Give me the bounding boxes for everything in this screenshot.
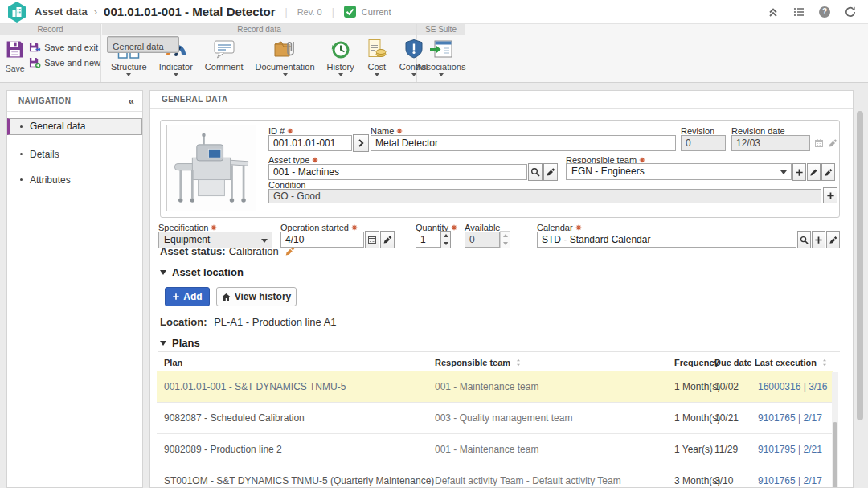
svg-text:?: ?: [822, 7, 827, 16]
plan-last-execution-link[interactable]: 9101795 | 2/21: [758, 444, 822, 455]
page-scrollbar-thumb[interactable]: [857, 111, 863, 420]
top-bar-actions: ?: [767, 0, 857, 24]
bullet-icon: [20, 153, 23, 155]
sidebar-item-label: General data: [30, 119, 85, 134]
plan-name[interactable]: 9082089 - Production line 2: [164, 444, 282, 455]
plan-frequency: 1 Year(s): [674, 444, 713, 455]
ribbon-group-se-suite-label: SE Suite: [417, 24, 465, 35]
column-header-due-date[interactable]: Due date: [714, 358, 751, 367]
calendar-clear-button[interactable]: [826, 231, 840, 248]
collapse-triangle-icon: [160, 341, 166, 346]
asset-type-clear-button[interactable]: [543, 163, 558, 181]
plan-frequency: 3 Month(s): [674, 475, 720, 486]
asset-location-section-header[interactable]: Asset location: [160, 266, 244, 278]
plan-due-date: 10/21: [714, 412, 739, 424]
associations-button[interactable]: Associations: [412, 36, 470, 76]
plan-last-execution-link[interactable]: 16000316 | 3/16: [758, 381, 828, 392]
current-checkbox-icon[interactable]: [344, 6, 356, 18]
sidebar-item-attributes[interactable]: Attributes: [7, 170, 142, 190]
plan-link[interactable]: 001.01.01-001 - S&T DYNAMICS TNMU-5: [164, 381, 346, 392]
bullet-icon: [20, 125, 23, 128]
divider: |: [332, 6, 334, 18]
column-header-plan[interactable]: Plan: [164, 358, 182, 367]
calendar-add-button[interactable]: [812, 231, 825, 248]
add-location-button[interactable]: Add: [165, 287, 210, 306]
asset-type-field[interactable]: [268, 164, 527, 180]
required-icon: [351, 224, 358, 231]
save-floppy-icon: [5, 39, 25, 59]
operation-started-clear-button[interactable]: [380, 231, 395, 248]
sidebar-collapse-icon[interactable]: «: [129, 95, 134, 107]
plans-section-header[interactable]: Plans: [160, 337, 200, 349]
view-history-button[interactable]: View history: [216, 287, 297, 306]
condition-add-button[interactable]: [823, 187, 837, 203]
tab-documentation[interactable]: Documentation: [252, 36, 319, 76]
asset-type-search-button[interactable]: [528, 163, 542, 181]
tab-cost[interactable]: Cost: [362, 36, 391, 76]
index-list-icon[interactable]: [792, 6, 805, 18]
tab-label: General data: [113, 39, 164, 55]
plan-last-execution-link[interactable]: 9101765 | 2/17: [758, 412, 822, 424]
plan-name[interactable]: ST001OM - S&T DYNAMICS TNMU-5 (Quarterly…: [164, 475, 434, 486]
column-header-team[interactable]: Responsible team: [435, 358, 522, 367]
quantity-field[interactable]: [416, 232, 440, 248]
plan-name[interactable]: 9082087 - Scheduled Calibration: [164, 412, 305, 424]
section-divider: [158, 281, 840, 281]
responsible-team-select[interactable]: EGN - Engineers: [566, 163, 792, 180]
quantity-stepper[interactable]: [440, 231, 451, 248]
breadcrumb-app-name[interactable]: Asset data: [35, 6, 88, 18]
plan-row[interactable]: ST001OM - S&T DYNAMICS TNMU-5 (Quarterly…: [157, 465, 833, 488]
plan-due-date: 10/02: [714, 381, 739, 392]
tab-comment[interactable]: Comment: [201, 36, 248, 76]
column-header-last-execution[interactable]: Last execution: [755, 358, 829, 367]
collapse-header-icon[interactable]: [767, 6, 780, 18]
responsible-team-clear-button[interactable]: [821, 163, 835, 181]
navigation-title: NAVIGATION: [18, 96, 71, 105]
responsible-team-add-button[interactable]: [792, 163, 806, 181]
save-and-new-button[interactable]: Save and new: [29, 57, 100, 68]
available-stepper-disabled: [500, 231, 510, 248]
cost-icon: [366, 39, 387, 59]
tab-general-data[interactable]: General data: [107, 36, 179, 53]
revision-field: [681, 135, 726, 151]
help-icon[interactable]: ?: [818, 6, 831, 18]
plan-team: Default activity Team - Default activity…: [435, 475, 621, 486]
plans-table-scrollbar[interactable]: [832, 372, 838, 488]
plans-table-scrollbar-thumb[interactable]: [833, 422, 837, 488]
menu-caret-icon: [338, 73, 343, 76]
calendar-search-button[interactable]: [797, 231, 811, 248]
app-logo-icon: [6, 1, 27, 23]
responsible-team-edit-button[interactable]: [807, 163, 821, 181]
available-field: [465, 232, 500, 248]
plan-row[interactable]: 001.01.01-001 - S&T DYNAMICS TNMU-5 001 …: [157, 371, 833, 403]
operation-started-calendar-button[interactable]: [365, 231, 379, 248]
asset-status-line: Asset status: Calibration: [160, 245, 295, 257]
required-icon: [312, 157, 318, 163]
required-icon: [451, 224, 457, 231]
required-icon: [639, 157, 645, 163]
tab-label: Structure: [111, 62, 147, 72]
save-and-exit-button[interactable]: Save and exit: [29, 42, 100, 53]
sidebar-item-label: Attributes: [30, 174, 71, 186]
plan-last-execution-link[interactable]: 9101765 | 2/17: [758, 475, 822, 486]
open-record-button[interactable]: [353, 134, 369, 152]
menu-caret-icon: [174, 73, 178, 76]
sort-icon: [821, 359, 829, 367]
sidebar-item-details[interactable]: Details: [7, 144, 142, 164]
tab-history[interactable]: History: [323, 36, 358, 76]
associations-label: Associations: [416, 62, 466, 72]
calendar-field[interactable]: [537, 232, 796, 248]
refresh-icon[interactable]: [844, 6, 857, 18]
view-history-label: View history: [235, 291, 291, 302]
column-header-frequency[interactable]: Frequency: [674, 358, 719, 367]
asset-photo: [166, 125, 256, 211]
sidebar-item-general-data[interactable]: General data: [7, 118, 142, 135]
location-value: PL-A1 - Production line A1: [214, 316, 336, 328]
plan-row[interactable]: 9082089 - Production line 2 001 - Mainte…: [157, 434, 833, 465]
id-field[interactable]: [268, 135, 352, 151]
save-button[interactable]: Save: [4, 36, 26, 73]
menu-caret-icon: [375, 73, 379, 76]
asset-status-edit-icon[interactable]: [285, 246, 295, 256]
plan-row[interactable]: 9082087 - Scheduled Calibration 003 - Qu…: [157, 403, 833, 434]
name-field[interactable]: [371, 135, 676, 151]
